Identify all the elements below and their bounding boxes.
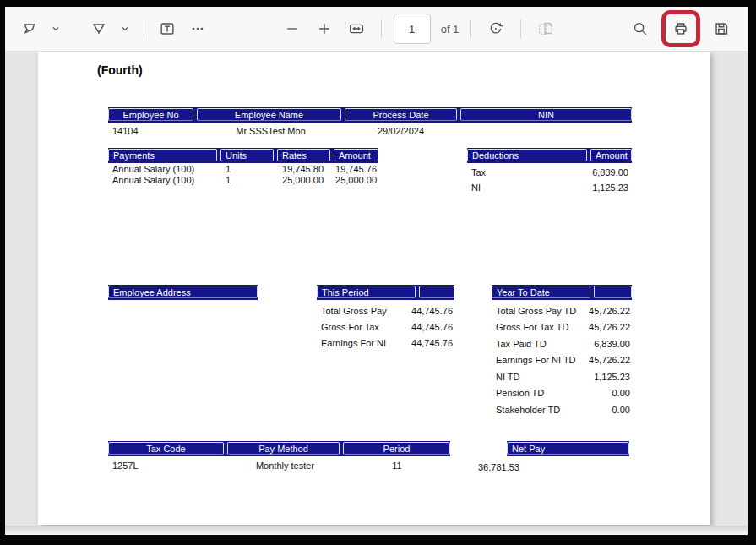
annotation-tools-group	[17, 15, 210, 42]
horizontal-scrollbar[interactable]	[5, 526, 748, 535]
deductions-rows: Tax 6,839.00 NI 1,125.23	[467, 165, 632, 195]
header-process-date: Process Date	[345, 108, 457, 121]
save-button[interactable]	[709, 15, 734, 42]
search-icon	[631, 19, 650, 38]
header-amount: Amount	[334, 149, 378, 161]
minus-icon	[284, 20, 301, 37]
rotate-button[interactable]	[483, 15, 509, 42]
payments-rows: Annual Salary (100) 1 19,745.80 19,745.7…	[108, 164, 378, 185]
rotate-icon	[487, 19, 505, 38]
ytd-value: 45,726.22	[589, 306, 632, 316]
ytd-value: 6,839.00	[594, 339, 632, 349]
ytd-row: Pension TD 0.00	[492, 385, 632, 402]
this-period-row: Earnings For NI 44,745.76	[317, 335, 454, 352]
toolbar-separator	[470, 19, 471, 38]
fit-width-icon	[347, 19, 366, 38]
header-employee-no: Employee No	[108, 108, 193, 121]
payment-rate: 25,000.00	[276, 175, 325, 185]
page-navigation-group: of 1	[280, 14, 559, 44]
ytd-value: 45,726.22	[589, 355, 632, 365]
tax-code-value: 1257L	[108, 461, 226, 471]
ytd-label: Pension TD	[492, 388, 612, 398]
chevron-down-icon	[51, 24, 61, 34]
ytd-label: Gross For Tax TD	[492, 322, 589, 332]
header-tax-code: Tax Code	[108, 442, 224, 455]
payslip-title: (Fourth)	[97, 63, 143, 77]
payment-amount: 19,745.76	[329, 164, 378, 174]
net-pay-band: Net Pay	[507, 441, 629, 456]
ytd-row: NI TD 1,125.23	[492, 368, 632, 385]
this-period-row: Total Gross Pay 44,745.76	[317, 302, 454, 319]
payment-units: 1	[219, 164, 273, 174]
print-button[interactable]	[668, 15, 693, 42]
ytd-value: 0.00	[612, 405, 632, 415]
text-box-icon	[158, 19, 177, 38]
ytd-label: Stakeholder TD	[492, 405, 612, 415]
employee-name-value: Mr SSSTest Mon	[199, 126, 342, 136]
header-employee-address: Employee Address	[108, 286, 258, 298]
highlighter-button[interactable]	[86, 15, 111, 42]
ytd-row: Tax Paid TD 6,839.00	[492, 335, 632, 352]
payment-units: 1	[219, 175, 273, 185]
deduction-desc: NI	[467, 183, 585, 193]
header-units: Units	[220, 149, 274, 161]
print-highlight-annotation	[661, 10, 700, 47]
draw-pen-dropdown[interactable]	[47, 15, 64, 42]
add-text-button[interactable]	[155, 15, 180, 42]
ytd-value: 0.00	[612, 388, 632, 398]
ytd-row: Earnings For NI TD 45,726.22	[492, 352, 632, 369]
pdf-toolbar: of 1	[5, 7, 748, 52]
ytd-label: Total Gross Pay TD	[492, 306, 589, 316]
draw-pen-icon	[20, 19, 39, 38]
payment-rate: 19,745.80	[276, 164, 325, 174]
footer-header-band: Tax Code Pay Method Period	[108, 441, 450, 456]
search-button[interactable]	[628, 15, 653, 42]
header-year-to-date: Year To Date	[492, 286, 590, 298]
ytd-row: Total Gross Pay TD 45,726.22	[492, 302, 632, 319]
payment-row: Annual Salary (100) 1 25,000.00 25,000.0…	[108, 175, 378, 186]
draw-pen-button[interactable]	[17, 15, 42, 42]
ytd-label: NI TD	[492, 372, 594, 382]
deductions-header-band: Deductions Amount	[467, 148, 632, 163]
screenshot-root: { "colors": { "band_navy": "#14148c", "h…	[0, 0, 756, 545]
pdf-viewer-window: of 1	[5, 7, 748, 535]
header-employee-name: Employee Name	[197, 108, 341, 121]
more-tools-button[interactable]	[185, 15, 210, 42]
this-period-rows: Total Gross Pay 44,745.76 Gross For Tax …	[317, 302, 454, 352]
ytd-blank-cell	[594, 286, 632, 298]
zoom-in-button[interactable]	[312, 15, 337, 42]
two-page-view-icon	[536, 19, 555, 38]
deduction-row: NI 1,125.23	[467, 180, 632, 195]
header-nin: NIN	[460, 108, 632, 121]
deduction-row: Tax 6,839.00	[467, 165, 632, 180]
actions-group	[628, 10, 734, 47]
header-payments: Payments	[108, 149, 217, 161]
page-number-input[interactable]	[394, 14, 431, 44]
ytd-value: 45,726.22	[589, 322, 632, 332]
employee-address-band: Employee Address	[108, 285, 258, 300]
highlighter-dropdown[interactable]	[117, 15, 133, 42]
page-view-button[interactable]	[533, 15, 558, 42]
tp-value: 44,745.76	[411, 338, 454, 348]
ytd-label: Tax Paid TD	[492, 339, 594, 349]
payment-desc: Annual Salary (100)	[108, 164, 215, 174]
pay-method-value: Monthly tester	[230, 461, 340, 471]
highlighter-icon	[90, 19, 108, 38]
tp-label: Gross For Tax	[317, 322, 411, 332]
toolbar-separator	[520, 19, 521, 38]
process-date-value: 29/02/2024	[345, 126, 456, 136]
year-to-date-rows: Total Gross Pay TD 45,726.22 Gross For T…	[492, 302, 632, 418]
toolbar-separator	[381, 19, 382, 38]
header-this-period: This Period	[317, 286, 416, 298]
header-rates: Rates	[277, 149, 330, 161]
plus-icon	[316, 20, 333, 37]
fit-to-width-button[interactable]	[344, 15, 369, 42]
page-count-label: of 1	[441, 23, 460, 35]
this-period-blank-cell	[419, 286, 454, 298]
ytd-value: 1,125.23	[594, 372, 632, 382]
payslip-page: (Fourth) Employee No Employee Name Proce…	[38, 52, 710, 525]
header-net-pay: Net Pay	[507, 442, 629, 455]
header-deduction-amount: Amount	[590, 149, 632, 161]
payment-amount: 25,000.00	[329, 175, 378, 185]
zoom-out-button[interactable]	[280, 15, 305, 42]
